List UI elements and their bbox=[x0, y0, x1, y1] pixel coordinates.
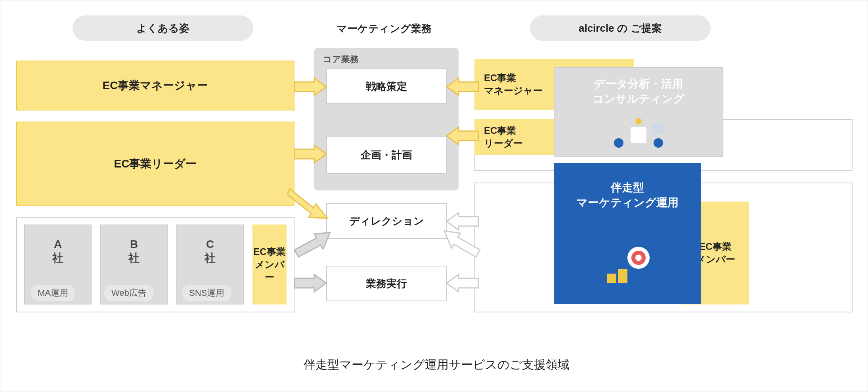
arrow-right-to-direction bbox=[447, 213, 478, 230]
arrow-left-leader-to-direction bbox=[290, 189, 329, 221]
svg-point-10 bbox=[607, 262, 615, 270]
arrow-left-manager-to-strategy bbox=[294, 78, 326, 95]
blue-panel-text: 伴走型 マーケティング運用 bbox=[576, 180, 679, 210]
left-manager-box: EC事業マネージャー bbox=[16, 61, 294, 110]
svg-point-7 bbox=[635, 255, 642, 261]
header-center: マーケティング業務 bbox=[336, 22, 432, 36]
header-right-pill: alcircle の ご提案 bbox=[530, 15, 711, 41]
header-left-pill: よくある姿 bbox=[73, 15, 253, 41]
left-member-box: EC事業 メンバー bbox=[252, 225, 287, 304]
svg-rect-4 bbox=[652, 123, 663, 134]
center-box-exec: 業務実行 bbox=[326, 266, 447, 301]
center-box-plan: 企画・計画 bbox=[326, 136, 447, 174]
gray-panel-text: データ分析・活用 コンサルティング bbox=[593, 76, 684, 107]
center-box-direction: ディレクション bbox=[326, 203, 447, 239]
svg-point-2 bbox=[654, 138, 663, 148]
consulting-illustration-icon bbox=[607, 115, 670, 155]
marketing-illustration-icon bbox=[595, 242, 658, 289]
arrow-right-leader-to-plan bbox=[447, 127, 478, 145]
svg-point-3 bbox=[635, 118, 642, 124]
arrow-left-leader-to-plan bbox=[294, 145, 326, 163]
footer-caption: 伴走型マーケティング運用サービスのご支援領域 bbox=[278, 357, 595, 373]
svg-point-1 bbox=[614, 138, 623, 148]
arrow-left-member-to-exec bbox=[294, 274, 326, 292]
arrow-left-member-to-direction bbox=[294, 232, 330, 256]
core-panel-label: コア業務 bbox=[323, 53, 359, 65]
svg-rect-9 bbox=[618, 269, 627, 283]
company-c-tag: SNS運用 bbox=[182, 285, 231, 301]
center-box-strategy: 戦略策定 bbox=[326, 69, 447, 104]
arrow-right-to-exec bbox=[447, 274, 478, 292]
arrow-right-to-direction-diag bbox=[444, 231, 480, 256]
company-a-tag: MA運用 bbox=[31, 285, 75, 301]
arrow-right-manager-to-strategy bbox=[447, 78, 478, 95]
company-b-tag: Web広告 bbox=[104, 285, 154, 301]
svg-rect-0 bbox=[631, 127, 646, 143]
svg-rect-8 bbox=[607, 274, 616, 283]
left-leader-box: EC事業リーダー bbox=[16, 122, 294, 206]
